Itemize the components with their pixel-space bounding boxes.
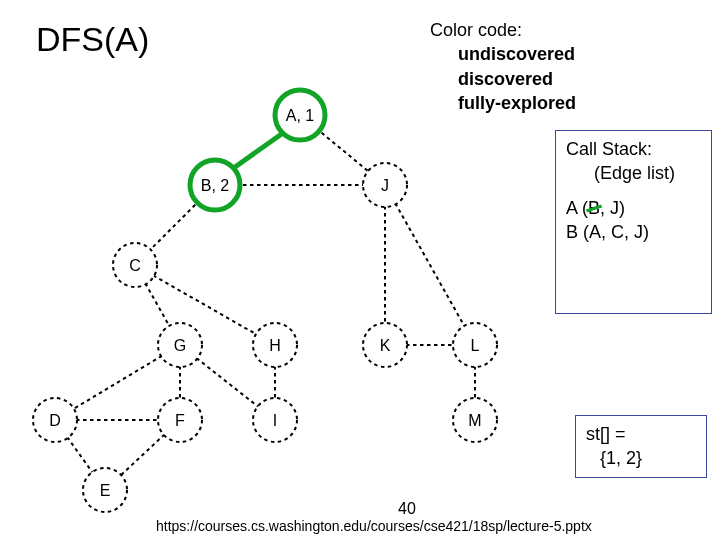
- svg-text:I: I: [273, 412, 277, 429]
- edge-J-L: [385, 185, 475, 345]
- svg-text:A, 1: A, 1: [286, 107, 315, 124]
- svg-text:K: K: [380, 337, 391, 354]
- node-A: A, 1: [275, 90, 325, 140]
- svg-text:E: E: [100, 482, 111, 499]
- svg-text:H: H: [269, 337, 281, 354]
- svg-text:G: G: [174, 337, 186, 354]
- node-F: F: [158, 398, 202, 442]
- node-L: L: [453, 323, 497, 367]
- svg-text:B, 2: B, 2: [201, 177, 230, 194]
- svg-text:L: L: [471, 337, 480, 354]
- node-K: K: [363, 323, 407, 367]
- svg-text:M: M: [468, 412, 481, 429]
- node-H: H: [253, 323, 297, 367]
- node-E: E: [83, 468, 127, 512]
- slide-number: 40: [398, 500, 416, 518]
- node-B: B, 2: [190, 160, 240, 210]
- svg-text:J: J: [381, 177, 389, 194]
- node-J: J: [363, 163, 407, 207]
- svg-text:F: F: [175, 412, 185, 429]
- node-I: I: [253, 398, 297, 442]
- edge-A-B: [228, 128, 290, 172]
- node-D: D: [33, 398, 77, 442]
- node-G: G: [158, 323, 202, 367]
- svg-text:D: D: [49, 412, 61, 429]
- node-C: C: [113, 243, 157, 287]
- node-M: M: [453, 398, 497, 442]
- svg-text:C: C: [129, 257, 141, 274]
- source-url: https://courses.cs.washington.edu/course…: [156, 518, 592, 534]
- edge-C-H: [135, 265, 275, 345]
- dfs-graph: A, 1 B, 2 J C G H K: [0, 0, 720, 540]
